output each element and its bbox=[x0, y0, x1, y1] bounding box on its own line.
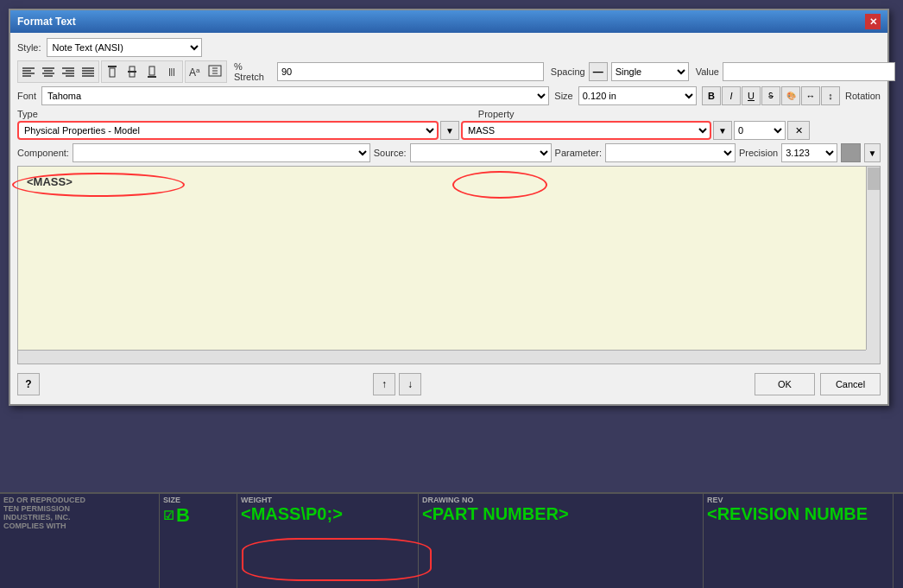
dialog-close-button[interactable]: ✕ bbox=[865, 14, 881, 29]
valign-top-button[interactable] bbox=[103, 62, 122, 81]
type-dropdown-button[interactable]: ▼ bbox=[440, 121, 459, 140]
precision-select[interactable]: 3.123 bbox=[781, 143, 837, 162]
font-label: Font bbox=[17, 91, 36, 101]
bold-button[interactable]: B bbox=[702, 86, 721, 105]
drawing-no-value: <PART NUMBER> bbox=[422, 504, 699, 524]
drawing-text-4: COMPLIES WITH bbox=[3, 522, 155, 530]
spacing-select[interactable]: Single bbox=[611, 62, 689, 81]
mass-text: <MASS> bbox=[27, 175, 73, 188]
type-label: Type bbox=[17, 109, 38, 119]
align-justify-button[interactable] bbox=[79, 62, 98, 81]
scrollbar-corner bbox=[866, 350, 880, 364]
type-icon-button[interactable]: ✕ bbox=[787, 121, 810, 140]
font-row: Font Tahoma Size 0.120 in B I U S̶ 🎨 ↔ ↕… bbox=[17, 86, 881, 105]
drawing-no-label: DRAWING NO bbox=[422, 496, 699, 504]
ok-button[interactable]: OK bbox=[755, 373, 815, 395]
drawing-text-1: ED OR REPRODUCED bbox=[3, 496, 155, 504]
ok-cancel-buttons: OK Cancel bbox=[755, 373, 881, 395]
num-select[interactable]: 0 bbox=[734, 121, 786, 140]
svg-rect-16 bbox=[108, 66, 117, 67]
style-row: Style: Note Text (ANSI) bbox=[17, 38, 881, 57]
rotation-label: Rotation bbox=[845, 91, 881, 101]
value-input[interactable] bbox=[723, 62, 895, 81]
strikethrough-button[interactable]: S̶ bbox=[761, 86, 780, 105]
drawing-weight-label: WEIGHT bbox=[241, 496, 414, 504]
drawing-weight-value: <MASS\P0;> bbox=[241, 504, 414, 524]
drawing-text-2: TEN PERMISSION bbox=[3, 504, 155, 513]
type-select[interactable]: Physical Properties - Model bbox=[17, 121, 439, 140]
style-select[interactable]: Note Text (ANSI) bbox=[47, 38, 202, 57]
stretch-label: % Stretch bbox=[234, 61, 274, 82]
dialog-titlebar: Format Text ✕ bbox=[10, 10, 887, 33]
format-text-dialog: Format Text ✕ Style: Note Text (ANSI) bbox=[9, 9, 889, 406]
width-button[interactable]: ↔ bbox=[801, 86, 820, 105]
property-select[interactable]: MASS bbox=[461, 121, 711, 140]
bottom-row: ? ↑ ↓ OK Cancel bbox=[17, 370, 881, 399]
up-arrow-button[interactable]: ↑ bbox=[373, 373, 395, 395]
dialog-title: Format Text bbox=[17, 16, 76, 28]
align-center-button[interactable] bbox=[39, 62, 58, 81]
drawing-cell-weight: WEIGHT <MASS\P0;> bbox=[237, 494, 419, 588]
drawing-cell-drawingno: DRAWING NO <PART NUMBER> bbox=[419, 494, 704, 588]
height-button[interactable]: ↕ bbox=[821, 86, 840, 105]
precision-extra-button[interactable]: ▼ bbox=[864, 143, 881, 162]
underline-button[interactable]: U bbox=[742, 86, 761, 105]
drawing-cell-left: ED OR REPRODUCED TEN PERMISSION INDUSTRI… bbox=[0, 494, 160, 588]
svg-text:A: A bbox=[189, 66, 196, 79]
svg-rect-21 bbox=[149, 66, 155, 75]
property-label: Property bbox=[478, 109, 515, 119]
align-right-button[interactable] bbox=[59, 62, 78, 81]
arrow-buttons: ↑ ↓ bbox=[373, 373, 421, 395]
symbol-b-button[interactable] bbox=[206, 62, 225, 81]
drawing-size-label: SIZE bbox=[163, 496, 233, 504]
spacing-minus-button[interactable]: — bbox=[589, 62, 608, 81]
drawing-cell-size: SIZE ☑ B bbox=[160, 494, 237, 588]
precision-label: Precision bbox=[739, 148, 778, 158]
alignment-toolbar bbox=[17, 60, 99, 83]
color-button[interactable]: 🎨 bbox=[781, 86, 800, 105]
type-property-controls: Physical Properties - Model ▼ MASS ▼ 0 ✕ bbox=[17, 121, 881, 140]
source-label: Source: bbox=[374, 148, 407, 158]
comp-label: Component: bbox=[17, 148, 69, 158]
italic-button[interactable]: I bbox=[722, 86, 741, 105]
dialog-body: Style: Note Text (ANSI) bbox=[10, 33, 887, 404]
param-select[interactable] bbox=[605, 143, 736, 162]
value-label: Value bbox=[696, 66, 719, 77]
scrollbar-vertical[interactable] bbox=[866, 167, 880, 350]
font-select[interactable]: Tahoma bbox=[41, 86, 549, 105]
size-label: Size bbox=[554, 91, 572, 101]
align-left-button[interactable] bbox=[19, 62, 38, 81]
drawing-rev-value: <REVISION NUMBE bbox=[707, 504, 889, 524]
drawing-size-value: B bbox=[176, 504, 190, 527]
drawing-cell-rev: REV <REVISION NUMBE bbox=[704, 494, 894, 588]
drawing-rev-label: REV bbox=[707, 496, 889, 504]
cancel-button[interactable]: Cancel bbox=[820, 373, 881, 395]
valign-special-button[interactable]: ||| bbox=[162, 62, 181, 81]
symbol-a-button[interactable]: Aa bbox=[186, 62, 205, 81]
valign-toolbar: ||| bbox=[101, 60, 183, 83]
value-section: Value bbox=[696, 62, 895, 81]
drawing-check: ☑ bbox=[163, 509, 174, 522]
help-button[interactable]: ? bbox=[17, 373, 40, 395]
scrollbar-thumb-v[interactable] bbox=[868, 168, 880, 190]
scrollbar-horizontal[interactable] bbox=[18, 350, 866, 364]
text-area-wrapper: <MASS> bbox=[17, 166, 881, 364]
svg-rect-17 bbox=[110, 68, 115, 77]
precision-settings-button[interactable] bbox=[841, 143, 861, 162]
style-label: Style: bbox=[17, 42, 41, 53]
property-dropdown-button[interactable]: ▼ bbox=[713, 121, 732, 140]
stretch-section: % Stretch bbox=[234, 61, 544, 82]
comp-select[interactable] bbox=[73, 143, 370, 162]
down-arrow-button[interactable]: ↓ bbox=[399, 373, 421, 395]
text-content[interactable]: <MASS> bbox=[18, 167, 880, 197]
valign-bot-button[interactable] bbox=[142, 62, 161, 81]
type-property-section: Type Property Physical Properties - Mode… bbox=[17, 109, 881, 140]
symbol-toolbar: Aa bbox=[185, 60, 227, 83]
source-select[interactable] bbox=[410, 143, 552, 162]
format-buttons: B I U S̶ 🎨 ↔ ↕ bbox=[702, 86, 840, 105]
param-label: Parameter: bbox=[555, 148, 602, 158]
type-property-labels: Type Property bbox=[17, 109, 881, 119]
stretch-input[interactable] bbox=[277, 62, 544, 81]
size-select[interactable]: 0.120 in bbox=[578, 86, 697, 105]
valign-mid-button[interactable] bbox=[123, 62, 142, 81]
